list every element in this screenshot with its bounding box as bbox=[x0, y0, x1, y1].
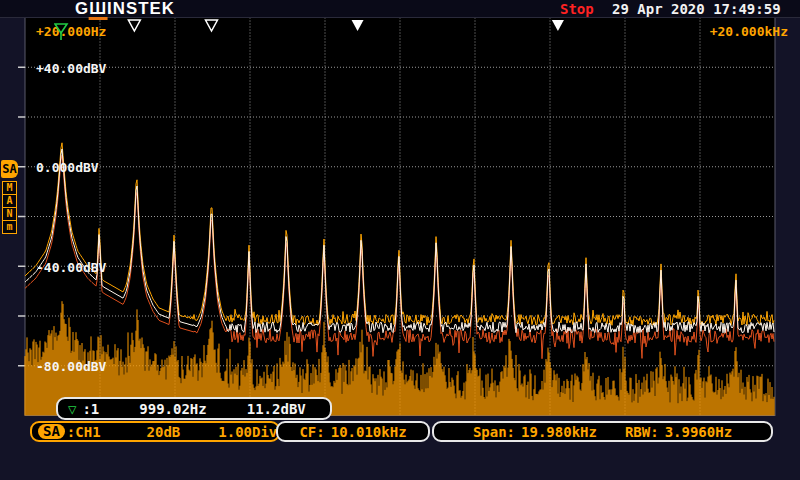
ylabel-0dbv: 0.000dBV bbox=[36, 160, 99, 175]
marker1-position-icon bbox=[54, 22, 70, 42]
marker-level: 11.2dBV bbox=[247, 401, 306, 417]
marker-frequency: 999.02Hz bbox=[139, 401, 206, 417]
trace-badge-normal: N bbox=[2, 207, 17, 221]
trace-badge-average: A bbox=[2, 194, 17, 208]
datetime: 29 Apr 2020 17:49:59 bbox=[612, 1, 781, 17]
title-bar: GШINSTEK Stop 29 Apr 2020 17:49:59 bbox=[0, 0, 800, 18]
sa-badge: SA bbox=[38, 424, 65, 439]
span-value: 19.980kHz bbox=[521, 424, 597, 440]
span-rbw-readout: Span: 19.980kHz RBW: 3.9960Hz bbox=[432, 421, 773, 442]
start-frequency-label: +20.000Hz bbox=[36, 24, 106, 39]
oscilloscope-screen: GШINSTEK Stop 29 Apr 2020 17:49:59 +20.0… bbox=[0, 0, 800, 480]
channel-scale: 20dB bbox=[147, 424, 181, 440]
gwinstek-logo: GШINSTEK bbox=[75, 0, 175, 18]
rbw-value: 3.9960Hz bbox=[665, 424, 732, 440]
channel-source: :CH1 bbox=[67, 424, 101, 440]
ylabel-40dbv: +40.00dBV bbox=[36, 61, 106, 76]
channel-readout: SA:CH1 20dB 1.00Div bbox=[30, 421, 280, 442]
marker-index: :1 bbox=[82, 401, 99, 417]
acquisition-status: Stop bbox=[560, 1, 594, 17]
center-frequency-readout: CF: 10.010kHz bbox=[276, 421, 430, 442]
sa-mode-tab: SA bbox=[1, 160, 18, 178]
trace-badge-minhold: m bbox=[2, 220, 17, 234]
logo-w-icon: Ш bbox=[89, 0, 107, 20]
ylabel-minus80dbv: -80.00dBV bbox=[36, 359, 106, 374]
stop-frequency-label: +20.000kHz bbox=[710, 24, 788, 39]
channel-div: 1.00Div bbox=[218, 424, 277, 440]
cf-value: 10.010kHz bbox=[331, 424, 407, 440]
trace-badge-maxhold: M bbox=[2, 181, 17, 195]
marker-readout: ▽:1 999.02Hz 11.2dBV bbox=[56, 397, 332, 420]
marker-triangle-icon: ▽ bbox=[68, 401, 76, 417]
ylabel-minus40dbv: -40.00dBV bbox=[36, 260, 106, 275]
